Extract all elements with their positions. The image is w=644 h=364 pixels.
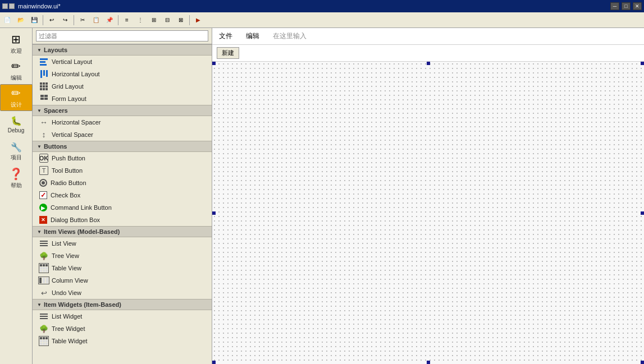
buttons-arrow: ▼ bbox=[37, 144, 42, 149]
radio-button-icon bbox=[39, 179, 47, 187]
widget-tree-view[interactable]: 🌳 Tree View bbox=[33, 250, 212, 262]
project-label: 项目 bbox=[11, 154, 22, 162]
toolbar-layout-v[interactable]: ⋮ bbox=[134, 14, 147, 26]
item-views-label: Item Views (Model-Based) bbox=[44, 228, 120, 235]
toolbar-sep-3 bbox=[118, 15, 118, 25]
toolbar-copy[interactable]: 📋 bbox=[90, 14, 102, 26]
widget-grid-layout[interactable]: Grid Layout bbox=[33, 80, 212, 93]
handle-top-center bbox=[427, 62, 430, 65]
tool-button-icon: T bbox=[39, 166, 48, 175]
tree-widget-label: Tree Widget bbox=[52, 325, 85, 332]
widget-list-widget[interactable]: List Widget bbox=[33, 310, 212, 322]
vertical-spacer-icon: ↕ bbox=[39, 130, 48, 139]
widget-vertical-spacer[interactable]: ↕ Vertical Spacer bbox=[33, 128, 212, 141]
widget-vertical-layout[interactable]: Vertical Layout bbox=[33, 56, 212, 68]
sidebar-item-edit[interactable]: ✏ 编辑 bbox=[0, 57, 33, 84]
column-view-icon bbox=[39, 276, 48, 285]
widget-table-view[interactable]: Table View bbox=[33, 262, 212, 274]
list-widget-label: List Widget bbox=[52, 313, 82, 320]
buttons-label: Buttons bbox=[44, 143, 67, 150]
widget-list: ▼ Layouts Vertical Layout Horizontal Lay… bbox=[33, 44, 212, 364]
command-link-button-icon: ▶ bbox=[39, 204, 47, 211]
grid-layout-icon bbox=[39, 82, 48, 91]
tool-button-label: Tool Button bbox=[52, 167, 83, 174]
title-bar: mainwindow.ui* ─ □ ✕ bbox=[0, 0, 644, 12]
minimize-button[interactable]: ─ bbox=[610, 2, 619, 10]
widget-radio-button[interactable]: Radio Button bbox=[33, 177, 212, 189]
toolbar-cut[interactable]: ✂ bbox=[76, 14, 89, 26]
category-item-widgets[interactable]: ▼ Item Widgets (Item-Based) bbox=[33, 299, 212, 310]
canvas-area: 文件 编辑 在这里输入 新建 bbox=[212, 28, 644, 364]
sidebar-item-design[interactable]: ✏ 设计 bbox=[0, 84, 33, 111]
edit-icon: ✏ bbox=[11, 59, 21, 73]
column-view-label: Column View bbox=[52, 277, 88, 284]
category-spacers[interactable]: ▼ Spacers bbox=[33, 105, 212, 116]
widget-horizontal-spacer[interactable]: ↔ Horizontal Spacer bbox=[33, 116, 212, 128]
welcome-icon: ⊞ bbox=[11, 33, 21, 46]
toolbar-layout-form[interactable]: ⊟ bbox=[161, 14, 173, 26]
push-button-label: Push Button bbox=[52, 155, 85, 162]
widget-list-view[interactable]: List View bbox=[33, 237, 212, 250]
handle-middle-left bbox=[212, 211, 216, 215]
canvas-new-button[interactable]: 新建 bbox=[217, 47, 239, 59]
toolbar-new[interactable]: 📄 bbox=[1, 14, 13, 26]
table-widget-icon bbox=[39, 337, 48, 345]
radio-button-label: Radio Button bbox=[51, 179, 86, 186]
check-box-icon: ✓ bbox=[39, 191, 47, 199]
form-layout-icon bbox=[39, 94, 48, 103]
widget-check-box[interactable]: ✓ Check Box bbox=[33, 189, 212, 201]
toolbar-save[interactable]: 💾 bbox=[28, 14, 40, 26]
sidebar-item-help[interactable]: ❓ 帮助 bbox=[0, 165, 33, 192]
widget-command-link-button[interactable]: ▶ Command Link Button bbox=[33, 201, 212, 214]
close-button[interactable]: ✕ bbox=[633, 2, 642, 10]
widget-push-button[interactable]: OK Push Button bbox=[33, 152, 212, 164]
filter-input[interactable] bbox=[36, 30, 208, 42]
sidebar-item-welcome[interactable]: ⊞ 欢迎 bbox=[0, 30, 33, 57]
canvas-dot-area[interactable] bbox=[212, 62, 644, 364]
widget-undo-view[interactable]: ↩ Undo View bbox=[33, 287, 212, 299]
item-widgets-label: Item Widgets (Item-Based) bbox=[44, 301, 121, 308]
toolbar-sep-2 bbox=[74, 15, 74, 25]
sidebar-item-debug[interactable]: 🐛 Debug bbox=[0, 111, 33, 138]
toolbar-open[interactable]: 📂 bbox=[15, 14, 27, 26]
toolbar-paste[interactable]: 📌 bbox=[103, 14, 116, 26]
title-controls: ─ □ ✕ bbox=[610, 2, 642, 10]
widget-column-view[interactable]: Column View bbox=[33, 274, 212, 287]
toolbar-run[interactable]: ▶ bbox=[192, 14, 204, 26]
widget-table-widget[interactable]: Table Widget bbox=[33, 335, 212, 347]
widget-form-layout[interactable]: Form Layout bbox=[33, 93, 212, 105]
menu-edit[interactable]: 编辑 bbox=[244, 30, 262, 42]
table-view-label: Table View bbox=[52, 265, 81, 271]
toolbar-break[interactable]: ⊠ bbox=[175, 14, 187, 26]
undo-view-label: Undo View bbox=[52, 289, 81, 296]
horizontal-layout-icon bbox=[39, 70, 48, 79]
toolbar-redo[interactable]: ↪ bbox=[59, 14, 71, 26]
grid-layout-label: Grid Layout bbox=[52, 83, 84, 90]
widget-tree-widget[interactable]: 🌳 Tree Widget bbox=[33, 322, 212, 335]
menu-file[interactable]: 文件 bbox=[217, 30, 235, 42]
layouts-arrow: ▼ bbox=[37, 48, 42, 53]
vertical-layout-icon bbox=[39, 57, 48, 66]
toolbar-undo[interactable]: ↩ bbox=[45, 14, 58, 26]
toolbar-layout-grid[interactable]: ⊞ bbox=[148, 14, 160, 26]
spacers-arrow: ▼ bbox=[37, 108, 42, 113]
menu-type-here[interactable]: 在这里输入 bbox=[271, 30, 309, 42]
debug-label: Debug bbox=[8, 127, 24, 133]
widget-dialog-button-box[interactable]: ✕ Dialog Button Box bbox=[33, 214, 212, 226]
tree-view-label: Tree View bbox=[52, 252, 79, 259]
horizontal-layout-label: Horizontal Layout bbox=[52, 71, 100, 77]
title-filename: mainwindow.ui* bbox=[18, 3, 607, 10]
category-layouts[interactable]: ▼ Layouts bbox=[33, 44, 212, 56]
sidebar-item-project[interactable]: 🔧 项目 bbox=[0, 138, 33, 165]
filter-bar bbox=[33, 28, 212, 44]
category-buttons[interactable]: ▼ Buttons bbox=[33, 141, 212, 152]
maximize-button[interactable]: □ bbox=[622, 2, 631, 10]
widget-horizontal-layout[interactable]: Horizontal Layout bbox=[33, 68, 212, 80]
debug-icon: 🐛 bbox=[11, 116, 22, 126]
help-label: 帮助 bbox=[11, 182, 22, 190]
toolbar-layout-h[interactable]: ≡ bbox=[121, 14, 133, 26]
category-item-views[interactable]: ▼ Item Views (Model-Based) bbox=[33, 226, 212, 237]
check-box-label: Check Box bbox=[51, 192, 80, 199]
main-toolbar: 📄 📂 💾 ↩ ↪ ✂ 📋 📌 ≡ ⋮ ⊞ ⊟ ⊠ ▶ bbox=[0, 12, 644, 28]
widget-tool-button[interactable]: T Tool Button bbox=[33, 164, 212, 177]
